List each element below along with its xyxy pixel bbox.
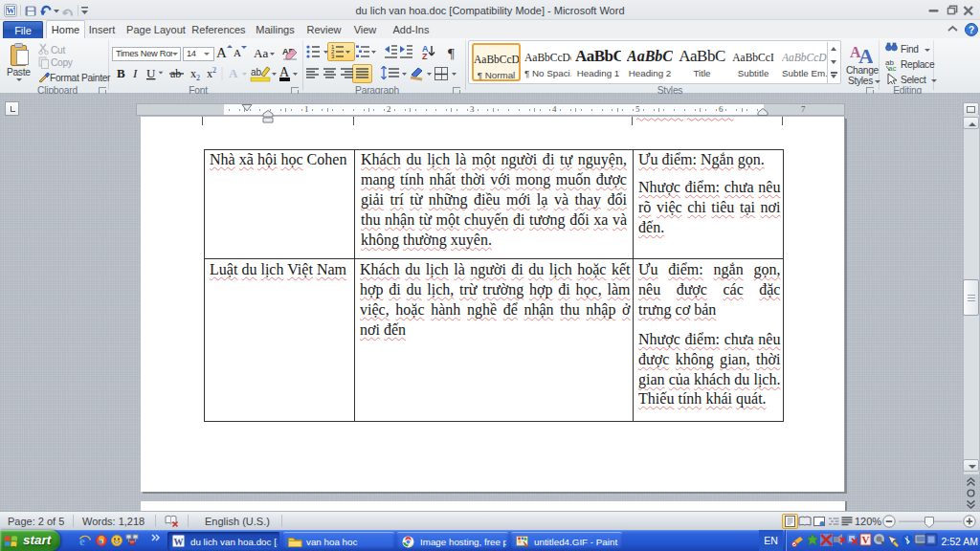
svg-text:A: A xyxy=(216,45,227,60)
svg-text:2: 2 xyxy=(196,74,200,82)
svg-text:?: ? xyxy=(969,25,974,35)
svg-text:V: V xyxy=(862,534,870,545)
svg-text:B: B xyxy=(117,66,125,80)
svg-text:3: 3 xyxy=(331,54,335,59)
svg-text:Z: Z xyxy=(422,52,428,61)
svg-text:U: U xyxy=(146,66,156,80)
svg-text:ac: ac xyxy=(888,64,896,73)
svg-text:Aa: Aa xyxy=(254,46,268,60)
svg-text:ab: ab xyxy=(251,67,262,77)
svg-text:W: W xyxy=(174,537,184,547)
svg-text:W: W xyxy=(7,6,15,15)
svg-text:2: 2 xyxy=(212,66,216,75)
svg-text:A: A xyxy=(229,66,238,80)
svg-text:A: A xyxy=(279,65,290,79)
svg-text:A: A xyxy=(858,44,873,65)
svg-text:A: A xyxy=(234,47,241,58)
svg-text:I: I xyxy=(132,66,138,80)
svg-text:¶: ¶ xyxy=(448,46,455,61)
